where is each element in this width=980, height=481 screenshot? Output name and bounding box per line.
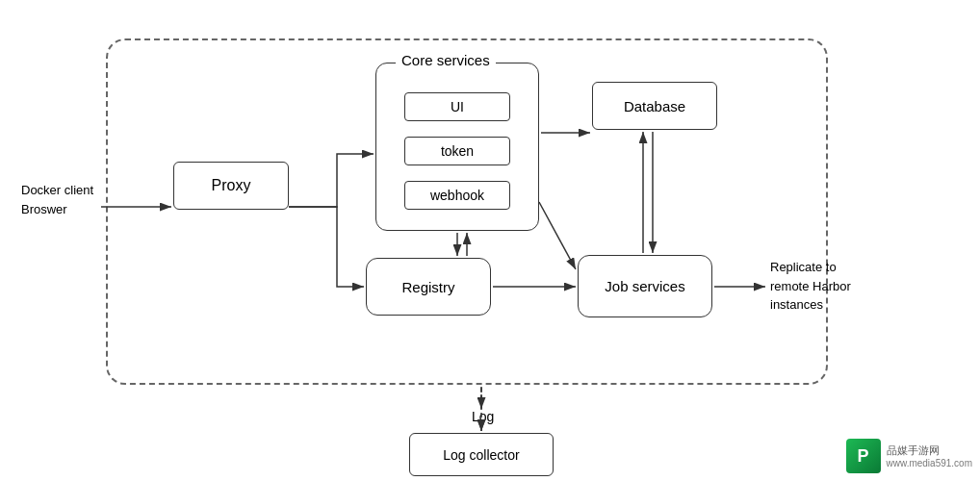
- watermark-logo: P: [846, 439, 881, 473]
- core-services-label: Core services: [396, 52, 496, 68]
- job-services-box: Job services: [578, 255, 712, 317]
- watermark-info: 品媒手游网 www.media591.com: [887, 443, 972, 468]
- docker-client-label: Docker client Broswer: [21, 181, 93, 218]
- watermark: P 品媒手游网 www.media591.com: [846, 439, 972, 473]
- core-item-ui: UI: [404, 92, 510, 121]
- registry-box: Registry: [366, 258, 491, 316]
- core-item-token: token: [404, 137, 510, 165]
- database-box: Database: [592, 82, 717, 130]
- replicate-text: Replicate to remote Harbor instances: [770, 258, 851, 315]
- core-services-box: Core services UI token webhook: [375, 63, 539, 231]
- log-label: Log: [472, 409, 494, 424]
- diagram-container: Docker client Broswer Proxy Core service…: [10, 19, 970, 471]
- proxy-box: Proxy: [173, 162, 289, 210]
- core-items-wrapper: UI token webhook: [376, 63, 538, 217]
- core-item-webhook: webhook: [404, 181, 510, 210]
- log-collector-box: Log collector: [409, 433, 554, 476]
